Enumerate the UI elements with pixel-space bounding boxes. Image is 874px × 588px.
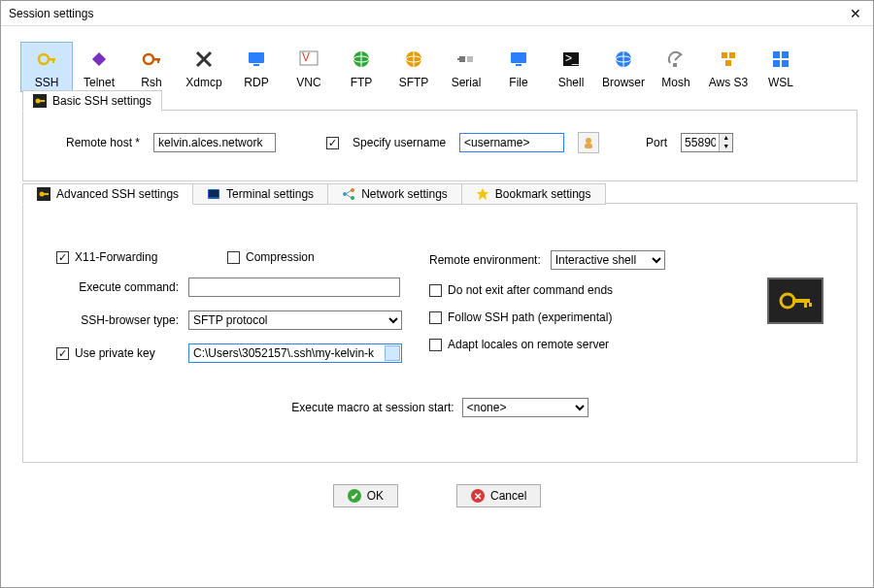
- username-input[interactable]: [459, 133, 564, 152]
- protocol-ssh[interactable]: SSH: [20, 42, 73, 92]
- protocol-aws-s3[interactable]: Aws S3: [702, 42, 755, 92]
- star-icon: [476, 187, 489, 201]
- window-title: Session settings: [9, 7, 93, 20]
- rsh-icon: [126, 47, 177, 72]
- svg-marker-51: [477, 188, 488, 200]
- close-icon[interactable]: ✕: [846, 4, 865, 23]
- protocol-telnet[interactable]: Telnet: [73, 42, 125, 92]
- protocol-ftp[interactable]: FTP: [335, 42, 387, 92]
- protocol-browser[interactable]: Browser: [597, 42, 650, 92]
- private-key-path-input[interactable]: [188, 343, 402, 363]
- protocol-file[interactable]: File: [492, 42, 545, 92]
- protocol-rsh[interactable]: Rsh: [125, 42, 178, 92]
- ssh-icon: [21, 47, 72, 72]
- compression-checkbox[interactable]: [227, 251, 240, 264]
- port-spinner[interactable]: ▲▼: [681, 133, 733, 152]
- ssh-browser-type-select[interactable]: SFTP protocol: [188, 310, 402, 330]
- svg-point-0: [39, 54, 49, 64]
- svg-rect-40: [585, 144, 592, 148]
- svg-rect-35: [782, 60, 789, 67]
- tab-basic-ssh[interactable]: Basic SSH settings: [22, 90, 162, 112]
- protocol-shell[interactable]: >_Shell: [545, 42, 597, 92]
- key-graphic: [767, 278, 824, 363]
- remote-host-input[interactable]: [153, 133, 276, 152]
- protocol-label: WSL: [756, 76, 806, 89]
- svg-text:>_: >_: [565, 51, 579, 65]
- tab-bookmark-settings[interactable]: Bookmark settings: [462, 183, 606, 205]
- dialog-buttons: ✔ OK ✕ Cancel: [13, 484, 861, 507]
- svg-line-49: [346, 190, 352, 194]
- execute-command-label: Execute command:: [56, 280, 183, 294]
- protocol-wsl[interactable]: WSL: [755, 42, 807, 92]
- svg-rect-55: [809, 303, 812, 307]
- username-picker-button[interactable]: [578, 132, 599, 153]
- ok-button[interactable]: ✔ OK: [333, 484, 398, 507]
- svg-rect-38: [40, 100, 45, 102]
- cancel-button[interactable]: ✕ Cancel: [456, 484, 541, 507]
- protocol-serial[interactable]: Serial: [440, 42, 492, 92]
- key-icon: [37, 187, 50, 201]
- content-area: SSHTelnetRshXdmcpRDPVVNCFTPSFTPSerialFil…: [1, 26, 873, 507]
- port-down-icon[interactable]: ▼: [720, 143, 732, 151]
- browser-icon: [598, 47, 649, 72]
- remote-environment-select[interactable]: Interactive shell: [551, 250, 665, 270]
- ok-icon: ✔: [348, 489, 361, 503]
- protocol-label: SFTP: [388, 76, 439, 89]
- advanced-tab-row: Advanced SSH settings Terminal settings …: [22, 183, 606, 205]
- port-input[interactable]: [682, 134, 719, 151]
- shell-icon: >_: [546, 47, 596, 72]
- tab-advanced-ssh[interactable]: Advanced SSH settings: [22, 183, 193, 205]
- tab-terminal-settings[interactable]: Terminal settings: [193, 183, 328, 205]
- svg-rect-28: [673, 63, 677, 67]
- svg-rect-33: [782, 51, 789, 58]
- svg-point-42: [40, 192, 45, 197]
- execute-command-input[interactable]: [188, 278, 400, 297]
- specify-username-checkbox[interactable]: [326, 137, 339, 149]
- use-private-key-checkbox[interactable]: [56, 347, 69, 360]
- follow-ssh-path-checkbox[interactable]: [429, 311, 442, 324]
- protocol-rdp[interactable]: RDP: [230, 42, 283, 92]
- terminal-icon: [207, 187, 220, 201]
- protocol-label: Serial: [441, 76, 491, 89]
- xdmcp-icon: [179, 47, 229, 72]
- do-not-exit-label: Do not exit after command ends: [448, 283, 613, 297]
- compression-label: Compression: [246, 250, 315, 264]
- svg-line-50: [346, 194, 352, 198]
- svg-rect-45: [209, 190, 218, 197]
- advanced-ssh-panel: Advanced SSH settings Terminal settings …: [22, 203, 857, 463]
- protocol-label: SSH: [21, 76, 72, 89]
- serial-icon: [441, 47, 491, 72]
- vnc-icon: V: [284, 47, 334, 72]
- svg-point-52: [781, 294, 794, 308]
- svg-rect-30: [729, 52, 735, 58]
- svg-rect-2: [52, 60, 54, 63]
- protocol-label: Aws S3: [703, 76, 754, 89]
- adapt-locales-checkbox[interactable]: [429, 339, 442, 351]
- svg-rect-20: [511, 52, 526, 63]
- protocol-sftp[interactable]: SFTP: [387, 42, 440, 92]
- telnet-icon: [74, 47, 124, 72]
- wsl-icon: [756, 47, 806, 72]
- remote-host-label: Remote host *: [66, 136, 140, 149]
- protocol-mosh[interactable]: Mosh: [650, 42, 702, 92]
- port-up-icon[interactable]: ▲: [720, 134, 732, 143]
- svg-rect-54: [804, 303, 807, 308]
- tab-network-settings[interactable]: Network settings: [328, 183, 462, 205]
- svg-point-37: [36, 99, 41, 104]
- x11-forwarding-checkbox[interactable]: [56, 251, 69, 264]
- tab-advanced-ssh-label: Advanced SSH settings: [56, 187, 179, 201]
- ftp-icon: [336, 47, 387, 72]
- do-not-exit-checkbox[interactable]: [429, 284, 442, 297]
- session-settings-window: Session settings ✕ SSHTelnetRshXdmcpRDPV…: [0, 0, 874, 588]
- protocol-label: Shell: [546, 76, 596, 89]
- specify-username-label: Specify username: [353, 136, 446, 149]
- protocol-vnc[interactable]: VVNC: [283, 42, 335, 92]
- svg-rect-31: [725, 60, 731, 66]
- svg-rect-17: [459, 56, 465, 62]
- sftp-icon: [388, 47, 439, 72]
- execute-macro-select[interactable]: <none>: [462, 398, 588, 417]
- basic-ssh-panel: Basic SSH settings Remote host * Specify…: [22, 110, 857, 181]
- person-icon: [582, 136, 595, 149]
- protocol-xdmcp[interactable]: Xdmcp: [178, 42, 230, 92]
- browse-file-icon[interactable]: [385, 345, 400, 361]
